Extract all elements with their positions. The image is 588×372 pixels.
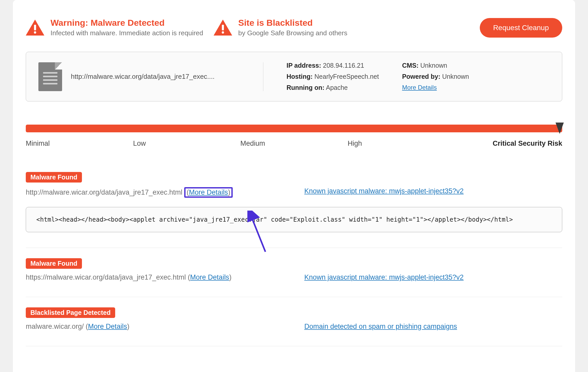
site-info-col-1: IP address: 208.94.116.21 Hosting: Nearl…: [287, 62, 379, 91]
risk-labels: Minimal Low Medium High Critical Securit…: [26, 140, 562, 148]
warning-malware-block: Warning: Malware Detected Infected with …: [26, 18, 203, 37]
risk-label-medium: Medium: [240, 140, 348, 148]
more-details-link[interactable]: More Details: [190, 273, 229, 281]
risk-label-high: High: [348, 140, 455, 148]
threat-link[interactable]: Known javascript malware: mwjs-applet-in…: [304, 273, 464, 281]
finding-right: Known javascript malware: mwjs-applet-in…: [304, 273, 562, 281]
finding-block: Blacklisted Page Detected malware.wicar.…: [26, 307, 562, 331]
annotation-highlight: (More Details): [184, 187, 233, 198]
finding-row: malware.wicar.org/ (More Details) Domain…: [26, 323, 562, 331]
finding-left: http://malware.wicar.org/data/java_jre17…: [26, 187, 294, 198]
warning-blacklist-block: Site is Blacklisted by Google Safe Brows…: [214, 18, 347, 37]
site-info-right: IP address: 208.94.116.21 Hosting: Nearl…: [263, 62, 469, 91]
risk-label-low: Low: [133, 140, 240, 148]
finding-right: Domain detected on spam or phishing camp…: [304, 323, 562, 331]
warning-malware-text: Warning: Malware Detected Infected with …: [51, 18, 203, 37]
risk-label-minimal: Minimal: [26, 140, 133, 148]
risk-label-critical: Critical Security Risk: [455, 140, 562, 148]
finding-url: malware.wicar.org/: [26, 323, 84, 330]
finding-tag: Blacklisted Page Detected: [26, 307, 115, 318]
warning-blacklist-text: Site is Blacklisted by Google Safe Brows…: [238, 18, 347, 37]
site-info-left: http://malware.wicar.org/data/java_jre17…: [38, 62, 263, 91]
finding-url: http://malware.wicar.org/data/java_jre17…: [26, 188, 182, 196]
finding-block: Malware Found http://malware.wicar.org/d…: [26, 172, 562, 232]
document-icon: [38, 62, 62, 91]
finding-url: https://malware.wicar.org/data/java_jre1…: [26, 273, 186, 281]
warning-icon: [26, 20, 44, 36]
site-info-col-2: CMS: Unknown Powered by: Unknown More De…: [402, 62, 469, 91]
svg-point-1: [34, 31, 36, 34]
report-card: Warning: Malware Detected Infected with …: [13, 0, 575, 372]
risk-meter: Minimal Low Medium High Critical Securit…: [26, 125, 562, 148]
warning-subtitle: Infected with malware. Immediate action …: [51, 29, 203, 37]
divider: [26, 346, 562, 346]
divider: [26, 248, 562, 248]
finding-tag: Malware Found: [26, 258, 82, 269]
warning-title: Site is Blacklisted: [238, 18, 347, 28]
svg-rect-2: [222, 25, 224, 30]
svg-point-3: [222, 31, 224, 34]
site-url: http://malware.wicar.org/data/java_jre17…: [71, 73, 215, 81]
finding-tag: Malware Found: [26, 172, 82, 183]
risk-bar-fill: [26, 125, 562, 132]
threat-link[interactable]: Known javascript malware: mwjs-applet-in…: [304, 187, 464, 195]
more-details-link[interactable]: More Details: [189, 188, 228, 196]
finding-right: Known javascript malware: mwjs-applet-in…: [304, 187, 562, 198]
warning-title: Warning: Malware Detected: [51, 18, 203, 28]
finding-block: Malware Found https://malware.wicar.org/…: [26, 258, 562, 281]
running-row: Running on: Apache: [287, 84, 379, 91]
ip-row: IP address: 208.94.116.21: [287, 62, 379, 69]
cms-row: CMS: Unknown: [402, 62, 469, 69]
warning-icon: [214, 20, 232, 36]
svg-rect-0: [34, 25, 36, 30]
threat-link[interactable]: Domain detected on spam or phishing camp…: [304, 323, 457, 330]
site-info-panel: http://malware.wicar.org/data/java_jre17…: [26, 52, 562, 101]
request-cleanup-button[interactable]: Request Cleanup: [480, 18, 562, 38]
powered-row: Powered by: Unknown: [402, 73, 469, 80]
more-details-link[interactable]: More Details: [402, 84, 469, 91]
finding-left: malware.wicar.org/ (More Details): [26, 323, 294, 331]
warning-subtitle: by Google Safe Browsing and others: [238, 29, 347, 37]
finding-left: https://malware.wicar.org/data/java_jre1…: [26, 273, 294, 281]
risk-marker-icon: [556, 123, 564, 134]
header-row: Warning: Malware Detected Infected with …: [26, 18, 562, 38]
code-snippet: <html><head></head><body><applet archive…: [26, 207, 562, 232]
hosting-row: Hosting: NearlyFreeSpeech.net: [287, 73, 379, 80]
more-details-link[interactable]: More Details: [88, 323, 127, 330]
finding-row: http://malware.wicar.org/data/java_jre17…: [26, 187, 562, 198]
finding-row: https://malware.wicar.org/data/java_jre1…: [26, 273, 562, 281]
divider: [26, 297, 562, 297]
